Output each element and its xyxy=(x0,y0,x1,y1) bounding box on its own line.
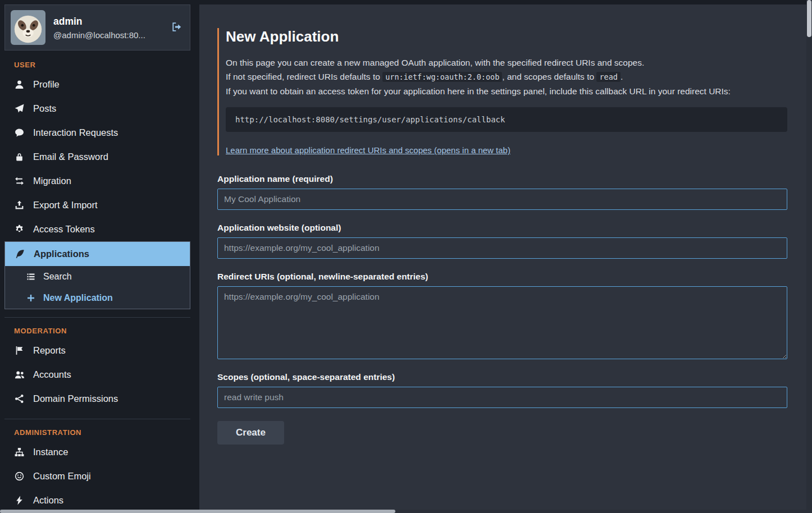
horizontal-scrollbar-thumb[interactable] xyxy=(0,510,395,513)
sidebar-item-label: Profile xyxy=(33,79,60,90)
gear-icon xyxy=(14,225,25,234)
sidebar-item-label: New Application xyxy=(43,293,113,303)
sidebar-item-label: Posts xyxy=(33,103,56,114)
flag-icon xyxy=(14,346,25,355)
sitemap-icon xyxy=(14,447,25,457)
comment-icon xyxy=(14,128,25,138)
sidebar-item-applications[interactable]: Applications xyxy=(5,242,190,266)
paper-plane-icon xyxy=(14,104,25,113)
sidebar-item-export-import[interactable]: Export & Import xyxy=(4,193,190,217)
application-website-input[interactable] xyxy=(217,237,787,259)
user-icon xyxy=(14,80,25,89)
new-application-form: Application name (required) Application … xyxy=(217,174,787,445)
feather-icon xyxy=(15,249,25,259)
sidebar-item-label: Reports xyxy=(33,345,66,356)
sidebar-item-actions[interactable]: Actions xyxy=(4,488,190,510)
plus-icon xyxy=(25,294,36,303)
section-label-user: USER xyxy=(4,61,190,69)
create-button[interactable]: Create xyxy=(217,421,284,445)
bolt-icon xyxy=(14,496,25,505)
sidebar-item-migration[interactable]: Migration xyxy=(4,169,190,193)
vertical-scrollbar[interactable] xyxy=(806,0,812,513)
scopes-label: Scopes (optional, space-separated entrie… xyxy=(217,372,787,382)
export-icon xyxy=(14,200,25,210)
sidebar-item-label: Domain Permissions xyxy=(33,393,118,404)
exchange-arrows-icon xyxy=(14,176,25,186)
sidebar-item-applications-search[interactable]: Search xyxy=(5,266,190,287)
callback-url-code-block: http://localhost:8080/settings/user/appl… xyxy=(226,107,787,132)
page-title: New Application xyxy=(226,28,787,45)
sidebar-item-email-password[interactable]: Email & Password xyxy=(4,145,190,169)
avatar xyxy=(11,10,45,45)
sidebar-item-domain-permissions[interactable]: Domain Permissions xyxy=(4,387,190,411)
sidebar-item-label: Email & Password xyxy=(33,152,108,162)
lock-icon xyxy=(14,152,25,162)
sidebar-item-label: Accounts xyxy=(33,369,71,380)
oob-inline-code: urn:ietf:wg:oauth:2.0:oob xyxy=(382,72,502,82)
sidebar-item-label: Migration xyxy=(33,176,71,186)
sidebar-item-label: Actions xyxy=(33,495,63,506)
intro-text: If not specified, redirect URIs defaults… xyxy=(226,72,382,81)
list-icon xyxy=(25,272,36,281)
intro-text: . xyxy=(621,72,623,81)
sidebar-item-new-application[interactable]: New Application xyxy=(5,287,190,309)
page-header: New Application On this page you can cre… xyxy=(217,28,787,155)
share-nodes-icon xyxy=(14,394,25,404)
logout-icon xyxy=(171,21,182,33)
sidebar-item-label: Applications xyxy=(34,249,89,259)
learn-more-link[interactable]: Learn more about application redirect UR… xyxy=(226,145,510,155)
redirect-uris-label: Redirect URIs (optional, newline-separat… xyxy=(217,272,787,282)
smile-icon xyxy=(14,471,25,481)
sidebar-item-label: Instance xyxy=(33,447,68,457)
sidebar-item-label: Interaction Requests xyxy=(33,127,118,138)
horizontal-scrollbar[interactable] xyxy=(0,510,806,513)
sidebar-item-interaction-requests[interactable]: Interaction Requests xyxy=(4,121,190,145)
sidebar: admin @admin@localhost:80... USER Profil… xyxy=(0,0,195,510)
intro-text: , and scopes defaults to xyxy=(502,72,596,81)
intro-line-1: On this page you can create a new manage… xyxy=(226,56,787,70)
scopes-input[interactable] xyxy=(217,387,787,408)
intro-line-2: If not specified, redirect URIs defaults… xyxy=(226,70,787,84)
user-meta: admin @admin@localhost:80... xyxy=(53,16,162,40)
users-icon xyxy=(14,370,25,380)
vertical-scrollbar-thumb[interactable] xyxy=(807,0,811,37)
sidebar-item-access-tokens[interactable]: Access Tokens xyxy=(4,217,190,241)
sidebar-item-label: Export & Import xyxy=(33,200,98,210)
user-handle: @admin@localhost:80... xyxy=(53,30,162,40)
user-name: admin xyxy=(53,16,162,28)
applications-group: Applications Search New Application xyxy=(4,241,190,309)
intro-line-3: If you want to obtain an access token fo… xyxy=(226,84,787,98)
redirect-uris-textarea[interactable] xyxy=(217,286,787,359)
logout-button[interactable] xyxy=(170,20,183,35)
sidebar-item-posts[interactable]: Posts xyxy=(4,97,190,121)
section-label-moderation: MODERATION xyxy=(4,317,190,335)
sidebar-item-label: Search xyxy=(43,272,72,282)
application-website-label: Application website (optional) xyxy=(217,223,787,233)
sidebar-item-reports[interactable]: Reports xyxy=(4,338,190,363)
main-panel: New Application On this page you can cre… xyxy=(199,4,806,510)
application-name-input[interactable] xyxy=(217,189,787,210)
sidebar-item-label: Access Tokens xyxy=(33,224,95,235)
section-label-administration: ADMINISTRATION xyxy=(4,419,190,437)
sidebar-item-profile[interactable]: Profile xyxy=(4,72,190,97)
read-inline-code: read xyxy=(596,72,621,82)
user-card[interactable]: admin @admin@localhost:80... xyxy=(4,4,190,51)
sidebar-item-accounts[interactable]: Accounts xyxy=(4,363,190,387)
application-name-label: Application name (required) xyxy=(217,174,787,184)
sidebar-nav: Profile Posts Interaction Requests Email… xyxy=(4,72,190,510)
sidebar-item-custom-emoji[interactable]: Custom Emoji xyxy=(4,464,190,488)
sidebar-item-instance[interactable]: Instance xyxy=(4,440,190,464)
sidebar-item-label: Custom Emoji xyxy=(33,471,91,482)
